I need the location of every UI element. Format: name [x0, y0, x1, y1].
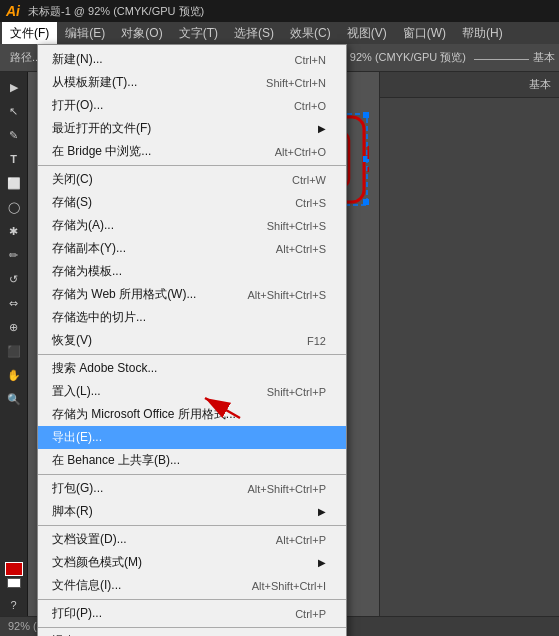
menu-save-web[interactable]: 存储为 Web 所用格式(W)... Alt+Shift+Ctrl+S	[38, 283, 346, 306]
menu-save-as[interactable]: 存储为(A)... Shift+Ctrl+S	[38, 214, 346, 237]
menu-export[interactable]: 导出(E)...	[38, 426, 346, 449]
title-bar: Ai 未标题-1 @ 92% (CMYK/GPU 预览)	[0, 0, 559, 22]
brush-tool-icon[interactable]: ✏	[3, 244, 25, 266]
menu-doc-settings[interactable]: 文档设置(D)... Alt+Ctrl+P	[38, 528, 346, 551]
panel-preset: 基本	[529, 77, 551, 92]
zoom-tool-icon[interactable]: 🔍	[3, 388, 25, 410]
menu-color-mode[interactable]: 文档颜色模式(M) ▶	[38, 551, 346, 574]
menu-item-view[interactable]: 视图(V)	[339, 22, 395, 44]
menu-item-file[interactable]: 文件(F)	[2, 22, 57, 44]
preset-name: 基本	[533, 50, 555, 65]
help-icon[interactable]: ?	[3, 594, 25, 616]
eyedropper-icon[interactable]: ⬛	[3, 340, 25, 362]
select-tool-icon[interactable]: ▶	[3, 76, 25, 98]
menu-place[interactable]: 置入(L)... Shift+Ctrl+P	[38, 380, 346, 403]
right-panel: 基本	[379, 72, 559, 616]
menu-item-select[interactable]: 选择(S)	[226, 22, 282, 44]
menu-new[interactable]: 新建(N)... Ctrl+N	[38, 48, 346, 71]
scale-tool-icon[interactable]: ⇔	[3, 292, 25, 314]
svg-rect-6	[363, 112, 369, 118]
menu-item-help[interactable]: 帮助(H)	[454, 22, 511, 44]
sep-2	[38, 354, 346, 355]
direct-select-icon[interactable]: ↖	[3, 100, 25, 122]
sep-4	[38, 525, 346, 526]
file-menu-dropdown: 新建(N)... Ctrl+N 从模板新建(T)... Shift+Ctrl+N…	[37, 44, 347, 636]
menu-scripts[interactable]: 脚本(R) ▶	[38, 500, 346, 523]
hand-tool-icon[interactable]: ✋	[3, 364, 25, 386]
menu-item-effect[interactable]: 效果(C)	[282, 22, 339, 44]
menu-stock[interactable]: 搜索 Adobe Stock...	[38, 357, 346, 380]
menu-new-template[interactable]: 从模板新建(T)... Shift+Ctrl+N	[38, 71, 346, 94]
menu-item-edit[interactable]: 编辑(E)	[57, 22, 113, 44]
menu-package[interactable]: 打包(G)... Alt+Shift+Ctrl+P	[38, 477, 346, 500]
menu-recent[interactable]: 最近打开的文件(F) ▶	[38, 117, 346, 140]
title-bar-text: 未标题-1 @ 92% (CMYK/GPU 预览)	[28, 4, 204, 19]
sep-5	[38, 599, 346, 600]
sep-6	[38, 627, 346, 628]
menu-bridge[interactable]: 在 Bridge 中浏览... Alt+Ctrl+O	[38, 140, 346, 163]
ellipse-tool-icon[interactable]: ◯	[3, 196, 25, 218]
pen-tool-icon[interactable]: ✎	[3, 124, 25, 146]
menu-close[interactable]: 关闭(C) Ctrl+W	[38, 168, 346, 191]
menu-item-text[interactable]: 文字(T)	[171, 22, 226, 44]
star-tool-icon[interactable]: ✱	[3, 220, 25, 242]
menu-print[interactable]: 打印(P)... Ctrl+P	[38, 602, 346, 625]
menu-save[interactable]: 存储(S) Ctrl+S	[38, 191, 346, 214]
sep-3	[38, 474, 346, 475]
sep-1	[38, 165, 346, 166]
menu-file-info[interactable]: 文件信息(I)... Alt+Shift+Ctrl+I	[38, 574, 346, 597]
menu-revert[interactable]: 恢复(V) F12	[38, 329, 346, 352]
menu-exit[interactable]: 退出(X) Ctrl+Q	[38, 630, 346, 636]
menu-save-copy[interactable]: 存储副本(Y)... Alt+Ctrl+S	[38, 237, 346, 260]
menu-item-object[interactable]: 对象(O)	[113, 22, 170, 44]
menu-bar: 文件(F) 编辑(E) 对象(O) 文字(T) 选择(S) 效果(C) 视图(V…	[0, 22, 559, 44]
svg-rect-11	[363, 199, 369, 205]
menu-save-template[interactable]: 存储为模板...	[38, 260, 346, 283]
app-logo: Ai	[6, 3, 20, 19]
menu-save-slices[interactable]: 存储选中的切片...	[38, 306, 346, 329]
menu-item-window[interactable]: 窗口(W)	[395, 22, 454, 44]
rect-tool-icon[interactable]: ⬜	[3, 172, 25, 194]
text-tool-icon[interactable]: T	[3, 148, 25, 170]
menu-behance[interactable]: 在 Behance 上共享(B)...	[38, 449, 346, 472]
panel-header: 基本	[380, 72, 559, 98]
menu-office[interactable]: 存储为 Microsoft Office 所用格式...	[38, 403, 346, 426]
gradient-tool-icon[interactable]: ⊕	[3, 316, 25, 338]
rotate-tool-icon[interactable]: ↺	[3, 268, 25, 290]
left-toolbar: ▶ ↖ ✎ T ⬜ ◯ ✱ ✏ ↺ ⇔ ⊕ ⬛ ✋ 🔍 ?	[0, 72, 28, 616]
preset-label: —————	[474, 52, 529, 64]
zoom-level: 92% (CMYK/GPU 预览)	[350, 50, 466, 65]
menu-open[interactable]: 打开(O)... Ctrl+O	[38, 94, 346, 117]
